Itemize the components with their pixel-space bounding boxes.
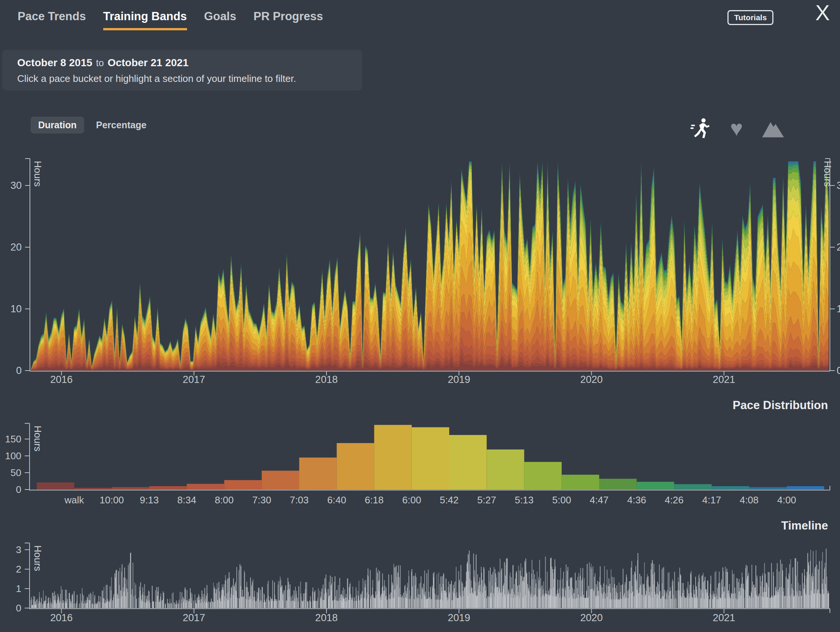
timeline-activity-bar[interactable] [229, 578, 230, 608]
timeline-activity-bar[interactable] [698, 575, 699, 608]
timeline-activity-bar[interactable] [156, 602, 156, 608]
timeline-activity-bar[interactable] [702, 576, 703, 608]
timeline-activity-bar[interactable] [205, 588, 205, 608]
timeline-activity-bar[interactable] [578, 577, 578, 608]
timeline-activity-bar[interactable] [290, 585, 291, 608]
timeline-activity-bar[interactable] [259, 602, 260, 608]
timeline-activity-bar[interactable] [575, 599, 576, 608]
timeline-activity-bar[interactable] [757, 596, 758, 608]
timeline-activity-bar[interactable] [201, 599, 202, 608]
timeline-activity-bar[interactable] [134, 596, 134, 608]
timeline-activity-bar[interactable] [71, 601, 71, 608]
timeline-activity-bar[interactable] [417, 589, 418, 608]
timeline-activity-bar[interactable] [218, 588, 219, 608]
timeline-activity-bar[interactable] [112, 600, 113, 608]
timeline-activity-bar[interactable] [635, 574, 635, 608]
timeline-activity-bar[interactable] [697, 598, 698, 608]
timeline-activity-bar[interactable] [111, 577, 112, 608]
timeline-activity-bar[interactable] [560, 568, 561, 608]
timeline-activity-bar[interactable] [87, 600, 88, 608]
timeline-activity-bar[interactable] [768, 588, 769, 608]
timeline-activity-bar[interactable] [147, 596, 148, 608]
timeline-activity-bar[interactable] [558, 593, 559, 608]
timeline-activity-bar[interactable] [204, 594, 204, 608]
timeline-activity-bar[interactable] [450, 584, 450, 608]
timeline-activity-bar[interactable] [358, 581, 359, 608]
timeline-activity-bar[interactable] [752, 581, 753, 608]
timeline-activity-bar[interactable] [411, 596, 411, 608]
timeline-activity-bar[interactable] [55, 595, 56, 608]
timeline-activity-bar[interactable] [529, 591, 530, 608]
tab-goals[interactable]: Goals [204, 10, 236, 28]
timeline-activity-bar[interactable] [319, 591, 320, 608]
timeline-activity-bar[interactable] [144, 584, 145, 608]
timeline-activity-bar[interactable] [278, 581, 279, 608]
timeline-activity-bar[interactable] [463, 596, 464, 608]
timeline-activity-bar[interactable] [47, 604, 48, 608]
timeline-activity-bar[interactable] [684, 596, 685, 608]
timeline-activity-bar[interactable] [673, 595, 674, 608]
timeline-activity-bar[interactable] [80, 594, 81, 608]
timeline-activity-bar[interactable] [655, 592, 655, 608]
timeline-activity-bar[interactable] [139, 586, 140, 608]
timeline-activity-bar[interactable] [192, 594, 193, 608]
timeline-activity-bar[interactable] [482, 573, 482, 608]
timeline-activity-bar[interactable] [704, 577, 705, 608]
timeline-activity-bar[interactable] [423, 589, 423, 608]
duration-toggle[interactable]: Duration [31, 117, 84, 134]
timeline-activity-bar[interactable] [52, 593, 53, 608]
timeline-activity-bar[interactable] [269, 601, 270, 608]
timeline-activity-bar[interactable] [40, 602, 41, 608]
timeline-activity-bar[interactable] [283, 595, 284, 608]
timeline-activity-bar[interactable] [36, 600, 37, 608]
timeline-activity-bar[interactable] [258, 588, 259, 608]
pace-bucket-bar[interactable] [524, 462, 562, 490]
timeline-activity-bar[interactable] [295, 587, 296, 608]
pace-bucket-bar[interactable] [449, 435, 486, 490]
timeline-activity-bar[interactable] [359, 600, 360, 608]
timeline-activity-bar[interactable] [338, 585, 339, 608]
timeline-activity-bar[interactable] [162, 600, 163, 608]
timeline-activity-bar[interactable] [685, 597, 686, 608]
tutorials-button[interactable]: Tutorials [728, 10, 774, 25]
timeline-activity-bar[interactable] [234, 586, 235, 608]
timeline-activity-bar[interactable] [98, 601, 98, 608]
timeline-activity-bar[interactable] [173, 592, 174, 608]
timeline-activity-bar[interactable] [807, 553, 808, 608]
timeline-activity-bar[interactable] [594, 577, 595, 608]
timeline-activity-bar[interactable] [627, 598, 628, 608]
timeline-activity-bar[interactable] [150, 603, 150, 608]
close-icon[interactable]: X [815, 1, 830, 25]
timeline-activity-bar[interactable] [413, 576, 414, 608]
timeline-activity-bar[interactable] [363, 578, 363, 608]
timeline-activity-bar[interactable] [141, 601, 142, 608]
timeline-activity-bar[interactable] [39, 603, 40, 608]
timeline-activity-bar[interactable] [797, 591, 797, 608]
timeline-activity-bar[interactable] [199, 596, 199, 608]
pace-bucket-bar[interactable] [37, 482, 74, 490]
timeline-activity-bar[interactable] [262, 587, 263, 608]
timeline-activity-bar[interactable] [373, 597, 374, 608]
timeline-activity-bar[interactable] [492, 586, 493, 608]
timeline-activity-bar[interactable] [303, 600, 304, 608]
timeline-activity-bar[interactable] [570, 578, 570, 608]
timeline-activity-bar[interactable] [99, 602, 100, 608]
timeline-activity-bar[interactable] [563, 572, 564, 608]
timeline-activity-bar[interactable] [122, 596, 123, 608]
timeline-activity-bar[interactable] [286, 600, 287, 608]
timeline-activity-bar[interactable] [316, 601, 317, 608]
timeline-activity-bar[interactable] [31, 597, 32, 608]
timeline-activity-bar[interactable] [41, 597, 42, 608]
timeline-activity-bar[interactable] [514, 595, 515, 608]
timeline-activity-bar[interactable] [802, 573, 803, 608]
timeline-activity-bar[interactable] [193, 600, 194, 608]
timeline-activity-bar[interactable] [127, 592, 128, 608]
timeline-activity-bar[interactable] [395, 589, 396, 608]
timeline-activity-bar[interactable] [464, 588, 465, 608]
pace-bucket-bar[interactable] [636, 482, 674, 490]
timeline-activity-bar[interactable] [197, 597, 197, 608]
timeline-activity-bar[interactable] [92, 604, 92, 608]
timeline-activity-bar[interactable] [267, 584, 268, 608]
timeline-activity-bar[interactable] [688, 581, 688, 608]
timeline-activity-bar[interactable] [172, 594, 172, 608]
